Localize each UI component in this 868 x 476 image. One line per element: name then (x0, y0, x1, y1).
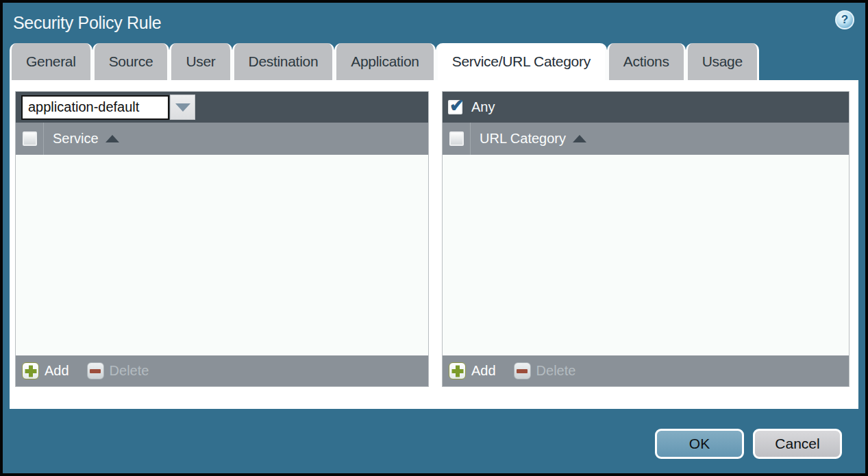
url-category-footer: Add Delete (443, 355, 849, 386)
service-column-header[interactable]: Service (53, 131, 119, 147)
service-select-all-cell (16, 123, 44, 155)
any-checkbox[interactable] (448, 100, 462, 114)
service-column-label: Service (53, 131, 99, 147)
any-label: Any (471, 99, 495, 115)
service-add-label: Add (45, 363, 69, 379)
tab-service-url-category[interactable]: Service/URL Category (436, 43, 607, 80)
service-type-dropdown-button[interactable] (170, 95, 195, 120)
url-category-panel: Any URL Category Add Delete (442, 91, 850, 387)
service-toolbar (16, 92, 428, 123)
tab-general[interactable]: General (10, 43, 92, 80)
url-category-delete-button[interactable]: Delete (514, 362, 576, 379)
url-category-select-all-cell (443, 123, 471, 155)
help-icon[interactable]: ? (835, 10, 854, 29)
help-glyph: ? (841, 13, 848, 27)
tab-usage[interactable]: Usage (686, 43, 759, 80)
service-delete-button[interactable]: Delete (87, 362, 149, 379)
tab-application[interactable]: Application (334, 43, 435, 80)
service-list[interactable] (16, 155, 428, 355)
ok-button[interactable]: OK (655, 429, 744, 459)
service-type-combobox (21, 95, 195, 120)
sort-ascending-icon (573, 135, 586, 142)
minus-icon (87, 362, 104, 379)
chevron-down-icon (175, 103, 190, 112)
tab-destination[interactable]: Destination (232, 43, 335, 80)
url-category-grid-header: URL Category (443, 123, 849, 155)
tab-user[interactable]: User (169, 43, 232, 80)
url-category-delete-label: Delete (536, 363, 576, 379)
plus-icon (22, 362, 39, 379)
url-category-toolbar: Any (443, 92, 849, 123)
url-category-list[interactable] (443, 155, 849, 355)
url-category-column-header[interactable]: URL Category (480, 131, 586, 147)
url-category-select-all-checkbox[interactable] (449, 131, 464, 146)
url-category-add-button[interactable]: Add (449, 362, 496, 379)
tab-actions[interactable]: Actions (607, 43, 686, 80)
service-select-all-checkbox[interactable] (23, 131, 37, 146)
url-category-add-label: Add (471, 363, 496, 379)
service-panel: Service Add Delete (15, 91, 429, 387)
service-delete-label: Delete (110, 363, 149, 379)
sort-ascending-icon (106, 135, 119, 142)
tab-source[interactable]: Source (92, 43, 170, 80)
service-add-button[interactable]: Add (22, 362, 69, 379)
service-grid-header: Service (16, 123, 428, 155)
security-policy-rule-dialog: Security Policy Rule ? General Source Us… (0, 0, 868, 476)
url-category-column-label: URL Category (480, 131, 566, 147)
service-footer: Add Delete (16, 355, 428, 386)
minus-icon (514, 362, 531, 379)
service-type-input[interactable] (21, 95, 169, 120)
tab-content-panel: Service Add Delete Any (10, 80, 858, 409)
dialog-title: Security Policy Rule (3, 3, 865, 42)
plus-icon (449, 362, 466, 379)
cancel-button[interactable]: Cancel (753, 429, 842, 459)
tab-bar: General Source User Destination Applicat… (10, 43, 858, 80)
